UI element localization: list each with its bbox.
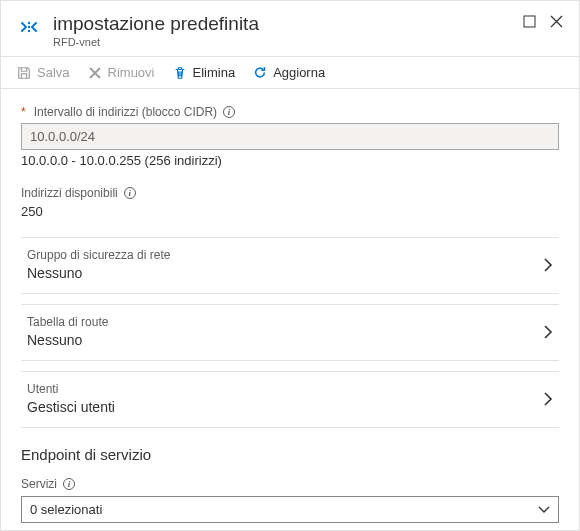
chevron-right-icon <box>543 391 553 407</box>
svg-rect-3 <box>524 16 535 27</box>
blade-title: impostazione predefinita <box>53 13 523 35</box>
save-button[interactable]: Salva <box>17 65 70 80</box>
remove-icon <box>88 66 102 80</box>
blade-subtitle: RFD-vnet <box>53 36 523 48</box>
vnet-peering-icon <box>17 15 41 39</box>
delete-button[interactable]: Elimina <box>173 65 236 80</box>
service-endpoints-heading: Endpoint di servizio <box>21 446 559 463</box>
info-icon[interactable]: i <box>63 478 75 490</box>
maximize-button[interactable] <box>523 15 536 28</box>
chevron-right-icon <box>543 324 553 340</box>
info-icon[interactable]: i <box>223 106 235 118</box>
cidr-field: * Intervallo di indirizzi (blocco CIDR) … <box>21 105 559 168</box>
available-label: Indirizzi disponibili <box>21 186 118 200</box>
users-card[interactable]: Utenti Gestisci utenti <box>21 371 559 428</box>
routetable-card[interactable]: Tabella di route Nessuno <box>21 304 559 361</box>
trash-icon <box>173 66 187 80</box>
services-value: 0 selezionati <box>30 502 102 517</box>
routetable-label: Tabella di route <box>27 315 108 329</box>
nsg-label: Gruppo di sicurezza di rete <box>27 248 170 262</box>
users-label: Utenti <box>27 382 115 396</box>
users-value: Gestisci utenti <box>27 399 115 415</box>
delete-label: Elimina <box>193 65 236 80</box>
required-asterisk: * <box>21 105 26 119</box>
cidr-helper: 10.0.0.0 - 10.0.0.255 (256 indirizzi) <box>21 153 559 168</box>
cidr-input[interactable] <box>21 123 559 150</box>
svg-point-1 <box>28 26 30 28</box>
remove-button[interactable]: Rimuovi <box>88 65 155 80</box>
info-icon[interactable]: i <box>124 187 136 199</box>
refresh-label: Aggiorna <box>273 65 325 80</box>
close-button[interactable] <box>550 15 563 28</box>
services-dropdown[interactable]: 0 selezionati <box>21 496 559 523</box>
services-label: Servizi <box>21 477 57 491</box>
remove-label: Rimuovi <box>108 65 155 80</box>
command-bar: Salva Rimuovi Elimina Aggiorna <box>1 57 579 89</box>
save-label: Salva <box>37 65 70 80</box>
blade-content: * Intervallo di indirizzi (blocco CIDR) … <box>1 89 579 531</box>
svg-point-2 <box>28 30 30 32</box>
cidr-label: Intervallo di indirizzi (blocco CIDR) <box>34 105 217 119</box>
available-field: Indirizzi disponibili i 250 <box>21 186 559 219</box>
chevron-right-icon <box>543 257 553 273</box>
chevron-down-icon <box>538 506 550 514</box>
routetable-value: Nessuno <box>27 332 108 348</box>
nsg-value: Nessuno <box>27 265 170 281</box>
nsg-card[interactable]: Gruppo di sicurezza di rete Nessuno <box>21 237 559 294</box>
refresh-icon <box>253 66 267 80</box>
available-value: 250 <box>21 204 559 219</box>
save-icon <box>17 66 31 80</box>
blade-header: impostazione predefinita RFD-vnet <box>1 1 579 57</box>
refresh-button[interactable]: Aggiorna <box>253 65 325 80</box>
svg-point-0 <box>28 22 30 24</box>
